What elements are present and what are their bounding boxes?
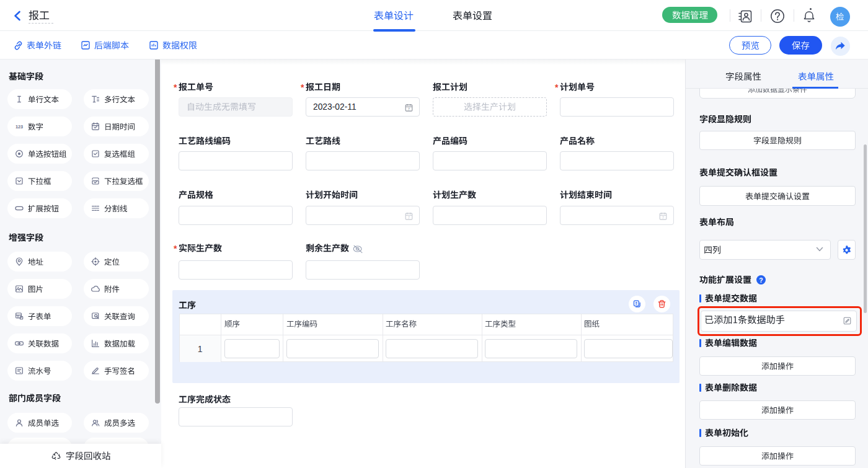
svg-text:123: 123 [16, 124, 23, 130]
svg-text:7: 7 [408, 107, 410, 111]
svg-text:7: 7 [662, 216, 664, 219]
svg-text:7: 7 [408, 216, 410, 219]
